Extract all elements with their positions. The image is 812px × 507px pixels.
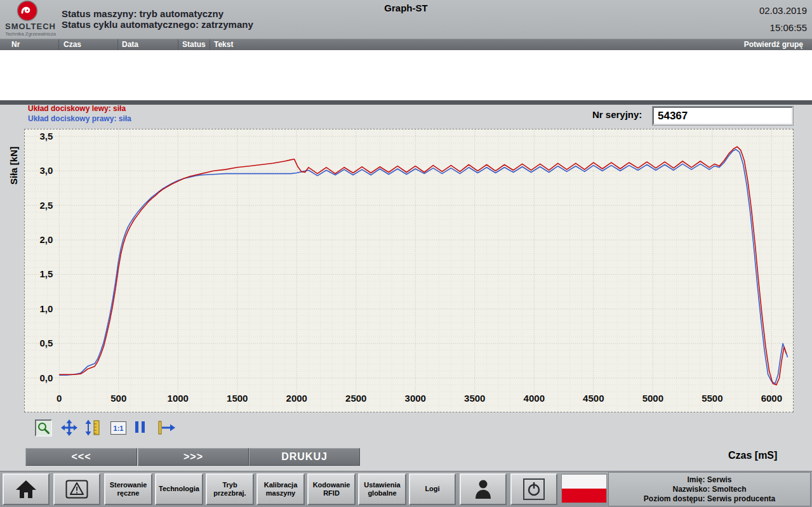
technology-button[interactable]: Technologia — [155, 473, 203, 505]
header: SMOLTECH Technika Zgrzewalnicza Status m… — [0, 0, 812, 39]
user-first-name: Imię: Serwis — [687, 475, 731, 485]
user-last-name: Nazwisko: Smoltech — [672, 485, 746, 494]
x-axis-label: Czas [mS] — [728, 450, 777, 461]
alarm-col-czas: Czas — [63, 40, 81, 49]
logo-icon — [17, 0, 38, 22]
rfid-coding-button[interactable]: Kodowanie RFID — [307, 473, 356, 505]
svg-text:1500: 1500 — [227, 393, 248, 404]
time-display: 15:06:55 — [770, 22, 807, 33]
legend-left-force: Układ dociskowy lewy: siła — [28, 104, 126, 113]
force-chart[interactable]: 0500100015002000250030003500400045005000… — [24, 129, 794, 412]
language-flag-poland[interactable] — [561, 474, 607, 503]
svg-text:2000: 2000 — [286, 393, 307, 404]
page-title: Graph-ST — [384, 3, 427, 13]
svg-text:1,5: 1,5 — [39, 268, 53, 279]
smoltech-logo: SMOLTECH Technika Zgrzewalnicza — [0, 0, 61, 39]
serial-number-input[interactable] — [653, 107, 793, 125]
screen: SMOLTECH Technika Zgrzewalnicza Status m… — [0, 0, 812, 507]
alarms-button[interactable] — [53, 473, 100, 505]
logo-brand: SMOLTECH — [0, 22, 61, 31]
svg-text:0: 0 — [57, 393, 62, 404]
confirm-group-button[interactable]: Potwierdź grupę — [744, 40, 803, 49]
power-button[interactable] — [510, 473, 557, 505]
user-button[interactable] — [460, 473, 507, 505]
svg-text:0,0: 0,0 — [39, 372, 53, 383]
scroll-right-button[interactable]: >>> — [138, 448, 249, 466]
flag-white-stripe — [562, 475, 606, 489]
one-to-one-icon[interactable]: 1:1 — [110, 421, 126, 435]
alarm-table-header: Nr Czas Data Status Tekst Potwierdź grup… — [0, 39, 812, 50]
horizontal-move-icon[interactable] — [157, 419, 176, 438]
vertical-scale-icon[interactable] — [84, 419, 101, 438]
pause-bar — [135, 421, 138, 433]
svg-text:3500: 3500 — [464, 393, 485, 404]
pause-bar — [142, 421, 145, 433]
svg-text:1000: 1000 — [168, 393, 189, 404]
svg-text:2,0: 2,0 — [39, 234, 53, 245]
svg-text:5500: 5500 — [702, 393, 722, 404]
pause-icon[interactable] — [135, 421, 145, 433]
svg-text:1,0: 1,0 — [39, 303, 53, 314]
logo-subtitle: Technika Zgrzewalnicza — [0, 31, 61, 37]
y-axis-label: Siła [kN] — [8, 147, 19, 185]
column-separator — [178, 39, 178, 50]
svg-text:3,5: 3,5 — [39, 131, 53, 142]
zoom-icon[interactable] — [35, 419, 52, 437]
svg-text:4500: 4500 — [583, 393, 604, 404]
svg-text:6000: 6000 — [761, 393, 782, 404]
column-separator — [117, 39, 118, 50]
home-icon — [15, 479, 37, 499]
svg-text:0,5: 0,5 — [39, 338, 53, 348]
machine-calibration-button[interactable]: Kalibracja maszyny — [256, 473, 305, 505]
logs-button[interactable]: Logi — [409, 473, 456, 505]
home-button[interactable] — [3, 473, 50, 505]
user-icon — [474, 478, 493, 500]
cycle-status: Status cyklu automatycznego: zatrzymany — [62, 19, 253, 30]
power-icon — [522, 478, 545, 501]
alarm-list[interactable] — [0, 50, 812, 100]
svg-text:2,5: 2,5 — [39, 200, 53, 211]
column-separator — [210, 39, 210, 50]
serial-number-label: Nr seryjny: — [592, 109, 642, 120]
machine-status: Status maszyny: tryb automatyczny — [62, 8, 223, 19]
column-separator — [58, 39, 59, 50]
print-button[interactable]: DRUKUJ — [249, 448, 360, 466]
pan-icon[interactable] — [61, 419, 77, 438]
svg-text:2500: 2500 — [345, 393, 366, 404]
changeover-mode-button[interactable]: Tryb przezbraj. — [206, 473, 254, 505]
global-settings-button[interactable]: Ustawienia globalne — [358, 473, 406, 505]
legend-right-force: Układ dociskowy prawy: siła — [28, 114, 131, 123]
date-display: 02.03.2019 — [759, 5, 807, 16]
svg-text:5000: 5000 — [642, 393, 663, 404]
manual-control-button[interactable]: Sterowanie ręczne — [104, 473, 152, 505]
svg-text:4000: 4000 — [524, 393, 545, 404]
user-access-level: Poziom dostępu: Serwis producenta — [644, 494, 775, 504]
bottom-nav-bar: Sterowanie ręczne Technologia Tryb przez… — [0, 471, 812, 507]
svg-text:500: 500 — [110, 393, 126, 404]
alarm-col-data: Data — [122, 40, 138, 49]
alarm-col-status: Status — [182, 40, 206, 49]
svg-text:3,0: 3,0 — [39, 165, 53, 176]
alarm-col-nr: Nr — [11, 40, 20, 49]
flag-red-stripe — [562, 489, 606, 503]
svg-text:3000: 3000 — [405, 393, 426, 404]
user-info-panel: Imię: Serwis Nazwisko: Smoltech Poziom d… — [608, 472, 811, 506]
alarm-icon — [65, 480, 88, 499]
scroll-left-button[interactable]: <<< — [25, 448, 137, 466]
alarm-col-tekst: Tekst — [214, 40, 233, 49]
